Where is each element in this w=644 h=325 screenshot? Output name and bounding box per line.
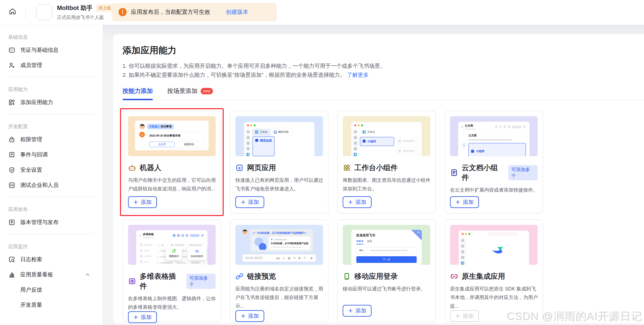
mobile-login-icon: [343, 272, 351, 280]
chevron-up-icon[interactable]: [85, 272, 90, 277]
publish-banner: ! 应用发布后，当前配置方可生效 创建版本: [112, 3, 277, 21]
sidebar-item-label: 应用质量看板: [20, 271, 53, 278]
mention-icon: @: [288, 256, 290, 260]
create-version-link[interactable]: 创建版本: [226, 8, 248, 16]
caret-down-icon: ∨: [364, 249, 365, 251]
page-title: 添加应用能力: [122, 44, 644, 57]
robot-icon: [128, 164, 136, 172]
postpone-button: 延期待办: [176, 142, 202, 147]
sidebar-subitem-dev-quality[interactable]: 开发质量: [0, 297, 103, 312]
add-web-app-button[interactable]: 添加: [235, 196, 264, 208]
sidebar-item-events[interactable]: 事件与回调: [0, 147, 103, 162]
scissors-icon: ✂: [293, 256, 296, 260]
tab-by-scenario[interactable]: 按场景添加 new: [167, 87, 213, 100]
feishu-developer-console: Moltbot 助手 待上线 正式应用@飞书个人版 ! 应用发布后，当前配置方可…: [0, 0, 644, 325]
send-icon: ▶: [308, 256, 313, 260]
add-native-integration-button[interactable]: 添加: [450, 310, 479, 322]
sidebar-item-log-search[interactable]: 日志检索: [0, 252, 103, 267]
native-integration-preview: [450, 225, 538, 265]
banner-text: 应用发布后，当前配置方可生效: [131, 8, 210, 16]
native-integration-icon: [450, 272, 458, 280]
sidebar-item-permissions[interactable]: 权限管理: [0, 132, 103, 147]
card-description: 移动应用可以通过飞书账号进行登录。: [343, 284, 431, 293]
card-bot: @机器人 待办事项 2022-05-20 待办事项详情: [122, 111, 221, 213]
user-avatar: [139, 124, 145, 130]
workplace-widget-preview: 工作台 小组件: [343, 116, 430, 156]
home-button[interactable]: [7, 6, 18, 17]
add-bitable-plugin-button[interactable]: 添加: [128, 311, 157, 323]
add-bot-button[interactable]: 添加: [128, 196, 157, 208]
link-card: ★ Learning.com ··· 方法到实践，从不同角度提高产品思维能力！: [253, 236, 310, 250]
status-badge: 待上线: [96, 4, 114, 12]
card-description: 在云文档中扩展内容或者添加快捷操作。: [450, 186, 538, 194]
placeholder-card: [396, 137, 420, 145]
sidebar-item-security[interactable]: 安全设置: [0, 162, 103, 178]
card-description: 应用能为注册的域名自定义链接预览，用户在飞书发送链接后，能在链接下方展示...: [235, 284, 324, 310]
app-rail: [458, 237, 467, 265]
sidebar-item-members[interactable]: 成员管理: [0, 58, 103, 73]
workplace-icon: [246, 153, 250, 156]
feishu-logo: [467, 237, 529, 265]
add-mobile-login-button[interactable]: 添加: [343, 305, 372, 316]
section-title: 应用能力: [0, 86, 103, 93]
top-header: Moltbot 助手 待上线 正式应用@飞书个人版 ! 应用发布后，当前配置方可…: [0, 0, 644, 25]
add-docs-widget-button[interactable]: 添加: [450, 196, 479, 208]
workplace-widget-icon: [343, 164, 351, 172]
capability-tabs: 按能力添加 按场景添加 new: [122, 87, 644, 100]
collaborator-avatars: [173, 234, 204, 237]
back-chevron-icon: ‹: [140, 234, 141, 237]
card-mobile-login: 欢迎使用飞书 手机号 邮箱 +86∨ 下一步: [337, 219, 436, 322]
new-badge: new: [200, 88, 213, 94]
app-rail: [351, 129, 360, 156]
section-title: 开发配置: [0, 123, 103, 130]
collaborator-avatars: [495, 125, 526, 128]
card-description: 与用户在聊天中交互的应用，它可以向用户或群组自动发送消息，响应用户的消...: [128, 176, 216, 193]
add-link-preview-button[interactable]: 添加: [235, 310, 264, 322]
main-panel: 添加应用能力 1. 你可以根据实际需求，为应用开启能力。单个应用可开启多种能力，…: [113, 34, 644, 323]
publish-upload-icon: [8, 219, 16, 226]
sidebar-item-credentials[interactable]: 凭证与基础信息: [0, 42, 103, 58]
sidebar-section-release: 应用发布 版本管理与发布: [0, 197, 103, 234]
member-add-icon: [8, 62, 16, 69]
placeholder-card: [396, 147, 420, 155]
card-workplace-widget: 工作台 小组件: [337, 111, 436, 213]
header-divider: [25, 8, 26, 19]
bitable-plugin-preview: ‹ 多维表格: [128, 225, 216, 265]
card-native-integration: 原生集成应用 原生集成应用可以把原生 SDK 集成到飞书本地，并调用其中的对应方…: [444, 219, 543, 322]
sidebar-item-label: 安全设置: [20, 166, 42, 174]
sidebar-item-label: 测试企业和人员: [20, 181, 58, 189]
tab-by-capability[interactable]: 按能力添加: [122, 87, 153, 100]
expand-icon: ↗: [303, 256, 306, 260]
sidebar-item-test-org[interactable]: 测试企业和人员: [0, 178, 103, 193]
bitable-plugin-icon: [128, 277, 136, 285]
description-line-1: 1. 你可以根据实际需求，为应用开启能力。单个应用可开启多种能力，一个能力可用于…: [122, 62, 644, 71]
docs-widget-icon: [450, 169, 458, 177]
credential-card-icon: [8, 47, 16, 54]
section-title: 应用发布: [0, 206, 103, 213]
sidebar-item-add-capability[interactable]: 添加应用能力: [0, 95, 103, 110]
sidebar-item-version-release[interactable]: 版本管理与发布: [0, 215, 103, 230]
insert-plus-icon: +: [462, 143, 466, 147]
add-workplace-widget-button[interactable]: 添加: [343, 196, 372, 208]
link-thumbnail: [253, 236, 269, 250]
card-bitable-plugin: ‹ 多维表格: [122, 219, 221, 322]
email-tab: 邮箱: [367, 240, 372, 244]
learn-more-link[interactable]: 了解更多: [347, 72, 369, 78]
event-callback-icon: [8, 151, 16, 158]
handle-button: 去处理: [149, 142, 175, 147]
sidebar-item-label: 日志检索: [20, 256, 42, 263]
sidebar-subitem-user-feedback[interactable]: 用户反馈: [0, 282, 103, 297]
lock-icon: [8, 136, 16, 143]
sidebar-item-label: 权限管理: [20, 136, 42, 143]
mention-pill: @机器人 待办事项: [147, 124, 174, 129]
link-preview-icon: [235, 272, 244, 280]
sidebar-section-capability: 应用能力 添加应用能力: [0, 77, 103, 114]
svg-text:e: e: [238, 165, 240, 170]
phone-tab: 手机号: [356, 240, 363, 244]
sidebar-item-quality-dashboard[interactable]: 应用质量看板: [0, 267, 103, 282]
format-icon: Aa: [276, 256, 280, 260]
back-chevron-icon: ‹: [462, 125, 463, 129]
sidebar-item-label: 事件与回调: [20, 151, 48, 158]
card-title: 原生集成应用: [462, 271, 505, 281]
chat-input: 发送给 项目组 Aa ☺ @ ✂ ⊕ ↗ ▶: [242, 254, 316, 262]
